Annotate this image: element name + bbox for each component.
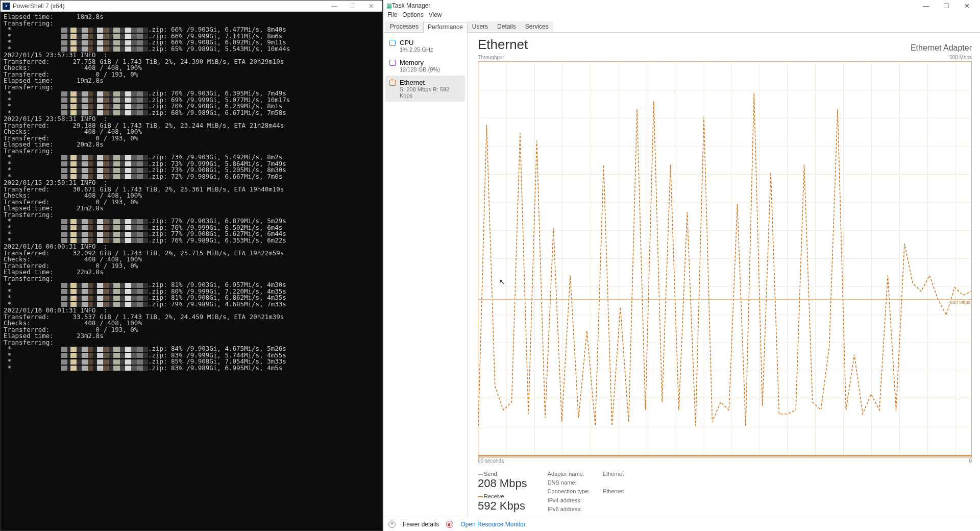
taskmanager-menubar: FileOptionsView xyxy=(383,11,980,21)
menu-file[interactable]: File xyxy=(387,11,397,21)
performance-sidebar: CPU1% 2.25 GHzMemory12/128 GB (9%)Ethern… xyxy=(383,33,468,517)
tm-minimize-button[interactable]: — xyxy=(916,2,936,10)
redacted-filename xyxy=(61,347,148,352)
terminal-line: * .zip: 83% /9.989Gi, 6.995Mi/s, 4m5s xyxy=(4,365,379,372)
sidebar-item-sub: 1% 2.25 GHz xyxy=(400,46,433,53)
send-value: 208 Mbps xyxy=(478,477,527,490)
redacted-filename xyxy=(61,34,148,39)
powershell-titlebar[interactable]: > PowerShell 7 (x64) — ☐ ✕ xyxy=(1,1,382,12)
page-title: Ethernet xyxy=(478,37,528,53)
fewer-details-link[interactable]: Fewer details xyxy=(403,521,439,528)
powershell-icon: > xyxy=(3,3,10,10)
tab-users[interactable]: Users xyxy=(468,21,493,32)
redacted-filename xyxy=(61,104,148,109)
menu-options[interactable]: Options xyxy=(402,11,423,21)
tab-services[interactable]: Services xyxy=(521,21,553,32)
powershell-window: > PowerShell 7 (x64) — ☐ ✕ Elapsed time:… xyxy=(0,0,383,531)
sidebar-item-sub: S: 208 Mbps R: 592 Kbps xyxy=(400,86,461,99)
taskmanager-icon: ▦ xyxy=(386,2,392,9)
redacted-filename xyxy=(61,353,148,358)
redacted-filename xyxy=(61,232,148,237)
terminal-line: Elapsed time: 20m2.8s xyxy=(4,141,379,148)
terminal-line: Elapsed time: 19m2.8s xyxy=(4,78,379,84)
graph-series-send xyxy=(478,93,971,426)
redacted-filename xyxy=(61,366,148,371)
tm-maximize-button[interactable]: ☐ xyxy=(936,2,957,10)
graph-200-line: 200 Mbps xyxy=(478,299,971,305)
terminal-line: Elapsed time: 22m2.8s xyxy=(4,269,379,276)
tab-performance[interactable]: Performance xyxy=(423,22,468,33)
throughput-graph: 200 Mbps xyxy=(478,61,972,458)
redacted-filename xyxy=(61,359,148,365)
fewer-details-icon[interactable]: ^ xyxy=(388,521,396,528)
mem-icon xyxy=(389,60,396,66)
redacted-filename xyxy=(61,283,148,288)
sidebar-item-label: CPU xyxy=(400,39,433,46)
resource-monitor-link[interactable]: Open Resource Monitor xyxy=(460,521,525,528)
adapter-info: Adapter name:Ethernet DNS name: Connecti… xyxy=(548,471,624,513)
minimize-button[interactable]: — xyxy=(325,3,344,10)
receive-value: 592 Kbps xyxy=(478,499,527,513)
terminal-line: Elapsed time: 18m2.8s xyxy=(4,14,379,20)
x-axis-right: 0 xyxy=(969,458,972,464)
maximize-button[interactable]: ☐ xyxy=(344,3,362,10)
y-axis-max: 500 Mbps xyxy=(949,55,972,60)
x-axis-left: 60 seconds xyxy=(478,458,504,464)
resource-monitor-icon[interactable]: ◐ xyxy=(446,521,453,528)
redacted-filename xyxy=(61,296,148,301)
terminal-line: Elapsed time: 23m2.8s xyxy=(4,333,379,340)
y-axis-label: Throughput xyxy=(478,55,504,60)
powershell-title-text: PowerShell 7 (x64) xyxy=(13,3,64,10)
send-stat: Send 208 Mbps Receive 592 Kbps xyxy=(478,471,527,513)
redacted-filename xyxy=(61,155,148,160)
redacted-filename xyxy=(61,219,148,224)
cpu-icon xyxy=(389,40,396,46)
taskmanager-titlebar[interactable]: ▦ Task Manager — ☐ ✕ xyxy=(383,0,980,11)
redacted-filename xyxy=(61,91,148,96)
redacted-filename xyxy=(61,289,148,294)
redacted-filename xyxy=(61,168,148,173)
redacted-filename xyxy=(61,225,148,230)
tab-processes[interactable]: Processes xyxy=(385,21,423,32)
redacted-filename xyxy=(61,40,148,45)
sidebar-item-sub: 12/128 GB (9%) xyxy=(400,66,440,73)
tm-close-button[interactable]: ✕ xyxy=(957,2,977,10)
taskmanager-footer: ^ Fewer details ◐ Open Resource Monitor xyxy=(383,517,980,531)
sidebar-item-label: Memory xyxy=(400,59,440,66)
taskmanager-tabs: ProcessesPerformanceUsersDetailsServices xyxy=(383,21,980,33)
sidebar-item-label: Ethernet xyxy=(400,79,461,86)
redacted-filename xyxy=(61,98,148,103)
taskmanager-title-text: Task Manager xyxy=(392,2,430,9)
redacted-filename xyxy=(61,161,148,166)
sidebar-item-mem[interactable]: Memory12/128 GB (9%) xyxy=(385,56,465,76)
redacted-filename xyxy=(61,28,148,33)
taskmanager-window: ▦ Task Manager — ☐ ✕ FileOptionsView Pro… xyxy=(383,0,980,531)
sidebar-item-eth[interactable]: EthernetS: 208 Mbps R: 592 Kbps xyxy=(385,76,465,102)
tab-details[interactable]: Details xyxy=(493,21,521,32)
sidebar-item-cpu[interactable]: CPU1% 2.25 GHz xyxy=(385,36,465,56)
menu-view[interactable]: View xyxy=(429,11,442,21)
powershell-terminal[interactable]: Elapsed time: 18m2.8sTransferring: * .zi… xyxy=(1,12,382,530)
adapter-name: Ethernet Adapter xyxy=(911,43,972,53)
eth-icon xyxy=(389,80,396,86)
close-button[interactable]: ✕ xyxy=(362,3,380,10)
performance-main: ↖ Ethernet Ethernet Adapter Throughput 5… xyxy=(468,33,980,517)
terminal-line: Elapsed time: 21m2.8s xyxy=(4,205,379,212)
